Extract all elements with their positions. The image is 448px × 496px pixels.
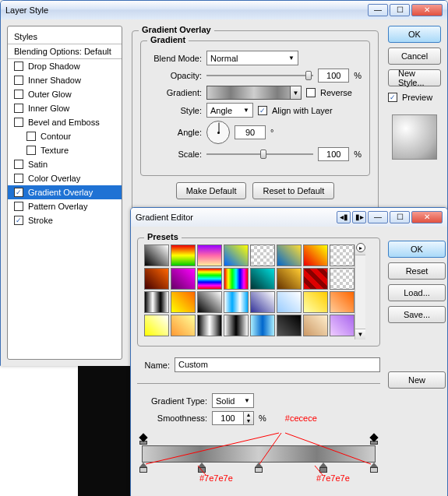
preview-checkbox[interactable] (388, 93, 397, 102)
style-checkbox[interactable] (14, 90, 23, 99)
preset-swatch[interactable] (303, 315, 328, 336)
cancel-button[interactable]: Cancel (388, 47, 441, 65)
style-item-bevel-and-emboss[interactable]: Bevel and Emboss (8, 115, 122, 129)
preset-scrollbar[interactable]: ▲ ▼ (355, 244, 365, 339)
preset-swatch[interactable] (330, 244, 355, 266)
style-checkbox[interactable] (14, 160, 23, 169)
preset-swatch[interactable] (277, 315, 302, 336)
preset-swatch[interactable] (171, 291, 196, 313)
style-item-pattern-overlay[interactable]: Pattern Overlay (8, 199, 122, 213)
preset-swatch[interactable] (224, 291, 249, 313)
opacity-value[interactable]: 100 (318, 69, 349, 83)
spinner-icon[interactable]: ▲▼ (243, 411, 254, 425)
opacity-stop-right[interactable] (370, 434, 378, 444)
smoothness-input[interactable]: 100 ▲▼ (212, 411, 254, 425)
preset-swatch[interactable] (197, 315, 222, 336)
style-item-inner-shadow[interactable]: Inner Shadow (8, 73, 122, 87)
preset-swatch[interactable] (224, 315, 249, 336)
reverse-checkbox[interactable] (306, 88, 316, 97)
preset-swatch[interactable] (277, 291, 302, 313)
blending-options[interactable]: Blending Options: Default (8, 44, 122, 59)
style-checkbox[interactable] (14, 76, 23, 85)
style-item-gradient-overlay[interactable]: Gradient Overlay (8, 185, 122, 199)
gradient-editor-titlebar[interactable]: Gradient Editor ◂▮ ▮▸ — ☐ ✕ (131, 208, 447, 227)
minimize-button[interactable]: — (368, 4, 388, 16)
style-checkbox[interactable] (14, 104, 23, 113)
maximize-button[interactable]: ☐ (390, 4, 410, 16)
ok-button[interactable]: OK (388, 241, 446, 258)
angle-wheel[interactable] (206, 121, 230, 144)
preset-swatch[interactable] (250, 244, 275, 266)
new-style-button[interactable]: New Style... (388, 69, 441, 86)
style-checkbox[interactable] (26, 132, 36, 141)
preset-swatch[interactable] (197, 244, 222, 266)
preset-swatch[interactable] (303, 244, 328, 266)
style-item-stroke[interactable]: Stroke (8, 213, 122, 227)
style-checkbox[interactable] (14, 188, 23, 197)
minimize-button[interactable]: — (368, 211, 388, 223)
style-item-texture[interactable]: Texture (8, 143, 122, 157)
close-button[interactable]: ✕ (411, 4, 443, 16)
preset-swatch[interactable] (330, 268, 355, 290)
scale-slider[interactable] (206, 148, 313, 160)
style-item-satin[interactable]: Satin (8, 157, 122, 171)
preset-swatch[interactable] (171, 315, 196, 336)
color-stop-1[interactable] (198, 463, 206, 472)
preset-swatch[interactable] (171, 244, 196, 266)
preset-swatch[interactable] (171, 268, 196, 290)
reset-default-button[interactable]: Reset to Default (252, 182, 334, 199)
style-checkbox[interactable] (26, 146, 36, 155)
preset-swatch[interactable] (197, 268, 222, 290)
style-checkbox[interactable] (14, 62, 23, 71)
scroll-down-icon[interactable]: ▼ (355, 329, 365, 339)
preset-swatch[interactable] (250, 268, 275, 290)
new-button[interactable]: New (388, 371, 446, 389)
style-checkbox[interactable] (14, 118, 23, 127)
color-stop-2[interactable] (255, 463, 263, 472)
preset-swatch[interactable] (224, 244, 249, 266)
style-item-inner-glow[interactable]: Inner Glow (8, 101, 122, 115)
opacity-slider[interactable] (206, 69, 313, 82)
name-input[interactable]: Custom (175, 357, 380, 372)
color-stop-3[interactable] (319, 463, 327, 472)
maximize-button[interactable]: ☐ (390, 211, 410, 223)
preset-swatch[interactable] (224, 268, 249, 290)
reset-button[interactable]: Reset (388, 262, 446, 280)
preset-swatch[interactable] (250, 291, 275, 313)
smoothness-value[interactable]: 100 (212, 411, 243, 425)
style-item-color-overlay[interactable]: Color Overlay (8, 171, 122, 185)
nav-back-button[interactable]: ◂▮ (337, 211, 351, 223)
gradient-type-select[interactable]: Solid ▼ (212, 393, 254, 408)
preset-swatch[interactable] (303, 268, 328, 290)
preset-swatch[interactable] (303, 291, 328, 313)
preset-swatch[interactable] (250, 315, 275, 336)
style-checkbox[interactable] (14, 216, 23, 225)
opacity-stop-left[interactable] (139, 434, 147, 444)
make-default-button[interactable]: Make Default (176, 182, 247, 199)
gradient-swatch[interactable]: ▼ (206, 86, 302, 100)
nav-fwd-button[interactable]: ▮▸ (352, 211, 366, 223)
preset-menu-icon[interactable]: ▸ (356, 243, 365, 252)
style-item-drop-shadow[interactable]: Drop Shadow (8, 59, 122, 73)
align-checkbox[interactable] (258, 106, 267, 115)
preset-swatch[interactable] (197, 291, 222, 313)
layer-style-titlebar[interactable]: Layer Style — ☐ ✕ (1, 1, 447, 19)
preset-swatch[interactable] (144, 244, 169, 266)
preset-swatch[interactable] (144, 315, 169, 336)
save-button[interactable]: Save... (388, 306, 446, 323)
load-button[interactable]: Load... (388, 284, 446, 301)
angle-value[interactable]: 90 (235, 125, 266, 139)
preset-swatch[interactable] (330, 291, 355, 313)
preset-swatch[interactable] (330, 315, 355, 336)
color-stop-4[interactable] (370, 463, 378, 472)
style-checkbox[interactable] (14, 174, 23, 183)
color-stop-0[interactable] (139, 463, 147, 472)
preset-swatch[interactable] (144, 291, 169, 313)
style-select[interactable]: Angle ▼ (206, 103, 253, 118)
style-item-outer-glow[interactable]: Outer Glow (8, 87, 122, 101)
preset-swatch[interactable] (277, 244, 302, 266)
style-checkbox[interactable] (14, 202, 23, 211)
preset-swatch[interactable] (277, 268, 302, 290)
close-button[interactable]: ✕ (411, 211, 443, 223)
styles-header[interactable]: Styles (8, 30, 122, 44)
